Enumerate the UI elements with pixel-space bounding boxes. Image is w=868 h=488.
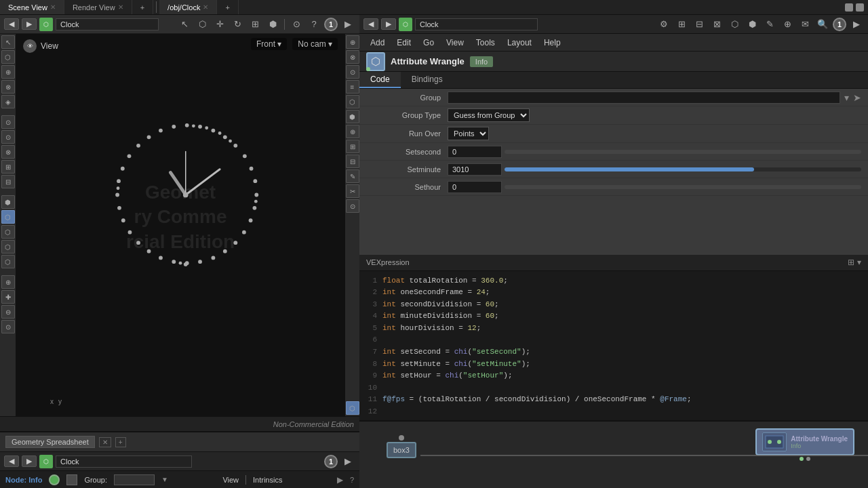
setminute-input[interactable] <box>448 163 502 176</box>
close-render-view[interactable]: ✕ <box>118 3 123 11</box>
bottom-nav-fwd[interactable]: ▶ <box>22 455 37 467</box>
group-param-input[interactable] <box>448 92 840 104</box>
right-tb-5[interactable]: ⬡ <box>727 17 742 32</box>
tool-v-11[interactable]: ⬢ <box>1 195 15 209</box>
right-tb-3[interactable]: ⊟ <box>692 17 707 32</box>
tool-v-4[interactable]: ⊗ <box>1 80 15 94</box>
rstrip-10[interactable]: ✎ <box>346 169 359 183</box>
menu-layout[interactable]: Layout <box>502 37 537 49</box>
menu-add[interactable]: Add <box>365 37 390 49</box>
tab-obj-clock[interactable]: /obj/Clock ✕ <box>159 0 217 14</box>
right-nav-back[interactable]: ◀ <box>363 18 378 30</box>
group-input[interactable] <box>114 474 155 485</box>
run-over-select[interactable]: Points <box>448 127 489 140</box>
rstrip-13[interactable]: ⬡ <box>346 401 359 415</box>
group-dropdown-arrow[interactable]: ▾ <box>844 92 849 103</box>
right-tb-6[interactable]: ⬢ <box>745 17 760 32</box>
rstrip-11[interactable]: ✂ <box>346 184 359 198</box>
win-maximize[interactable] <box>856 3 864 12</box>
bottom-frame-counter[interactable]: 1 <box>324 455 338 468</box>
menu-tools[interactable]: Tools <box>471 37 500 49</box>
right-frame-counter[interactable]: 1 <box>833 18 846 31</box>
tool-move[interactable]: ✛ <box>212 17 227 32</box>
tool-v-10[interactable]: ⊟ <box>1 175 15 188</box>
setminute-slider[interactable] <box>505 167 861 171</box>
tool-select[interactable]: ↖ <box>177 17 192 32</box>
tool-help[interactable]: ? <box>307 17 321 32</box>
tab-scene-view[interactable]: Scene View ✕ <box>0 0 64 14</box>
menu-go[interactable]: Go <box>418 37 439 49</box>
right-path-input[interactable] <box>415 18 538 30</box>
menu-help[interactable]: Help <box>538 37 566 49</box>
sethour-input[interactable] <box>448 181 502 193</box>
tool-v-19[interactable]: ⊙ <box>1 320 15 333</box>
tool-v-16[interactable]: ⊕ <box>1 275 15 289</box>
setsecond-input[interactable] <box>448 146 502 158</box>
nav-forward-btn[interactable]: ▶ <box>22 18 37 30</box>
close-geo-tab[interactable]: ✕ <box>99 437 111 447</box>
rstrip-9[interactable]: ⊟ <box>346 155 359 168</box>
vex-expand-btn[interactable]: ⊞ <box>848 258 854 267</box>
rstrip-5[interactable]: ⬡ <box>346 95 359 108</box>
tool-display[interactable]: ⬢ <box>265 17 280 32</box>
nav-back-btn[interactable]: ◀ <box>4 18 19 30</box>
right-tb-7[interactable]: ✎ <box>762 17 777 32</box>
play-btn[interactable]: ▶ <box>340 17 355 32</box>
right-play-btn[interactable]: ▶ <box>849 17 864 32</box>
right-tb-1[interactable]: ⚙ <box>656 17 671 32</box>
vex-menu-btn[interactable]: ▾ <box>857 258 861 267</box>
rstrip-3[interactable]: ⊙ <box>346 65 359 79</box>
tool-v-18[interactable]: ⊖ <box>1 305 15 319</box>
rstrip-6[interactable]: ⬢ <box>346 110 359 123</box>
right-tb-2[interactable]: ⊞ <box>674 17 689 32</box>
rstrip-2[interactable]: ⊗ <box>346 50 359 64</box>
tool-scale[interactable]: ⊞ <box>248 17 262 32</box>
add-geo-tab[interactable]: + <box>115 437 126 447</box>
right-tb-8[interactable]: ⊕ <box>780 17 795 32</box>
tool-v-13[interactable]: ⬡ <box>1 225 15 239</box>
close-obj-clock[interactable]: ✕ <box>203 3 208 11</box>
tool-v-3[interactable]: ⊕ <box>1 65 15 79</box>
tool-v-9[interactable]: ⊞ <box>1 160 15 174</box>
tool-v-6[interactable]: ⊙ <box>1 115 15 129</box>
tab-bindings[interactable]: Bindings <box>401 72 454 88</box>
bottom-play-btn[interactable]: ▶ <box>340 454 355 469</box>
rstrip-4[interactable]: ≡ <box>346 80 359 94</box>
group-filter-btn[interactable]: ▼ <box>161 476 168 483</box>
win-minimize[interactable] <box>845 3 853 12</box>
left-path-input[interactable] <box>56 18 159 30</box>
tab-code[interactable]: Code <box>359 72 401 88</box>
menu-edit[interactable]: Edit <box>391 37 416 49</box>
add-right-tab[interactable]: + <box>217 0 238 14</box>
info-badge[interactable]: Info <box>470 56 493 67</box>
close-scene-view[interactable]: ✕ <box>50 3 56 11</box>
tool-v-2[interactable]: ⬡ <box>1 50 15 64</box>
bottom-nav-back[interactable]: ◀ <box>4 455 19 467</box>
group-pick-btn[interactable]: ➤ <box>853 92 861 103</box>
right-nav-fwd[interactable]: ▶ <box>381 18 396 30</box>
tool-v-14[interactable]: ⬡ <box>1 240 15 253</box>
rstrip-7[interactable]: ⊕ <box>346 125 359 138</box>
tool-v-12[interactable]: ⬡ <box>1 210 15 224</box>
setsecond-slider[interactable] <box>505 150 861 154</box>
tool-v-17[interactable]: ✚ <box>1 290 15 304</box>
add-left-tab[interactable]: + <box>132 0 153 14</box>
tool-v-8[interactable]: ⊗ <box>1 145 15 159</box>
bottom-path-input[interactable] <box>56 455 192 468</box>
rstrip-12[interactable]: ⊙ <box>346 199 359 213</box>
group-type-select[interactable]: Guess from Group <box>448 108 530 122</box>
sethour-slider[interactable] <box>505 185 861 189</box>
tool-v-7[interactable]: ⊙ <box>1 130 15 144</box>
right-tb-4[interactable]: ⊠ <box>709 17 724 32</box>
box3-node[interactable]: box3 <box>387 435 416 458</box>
frame-counter[interactable]: 1 <box>324 18 338 31</box>
play-btn-status[interactable]: ▶ <box>337 475 343 485</box>
tool-rotate[interactable]: ↻ <box>230 17 245 32</box>
vex-code-area[interactable]: 1 float totalRotation = 360.0; 2 int one… <box>359 271 868 421</box>
right-tb-9[interactable]: ✉ <box>797 17 812 32</box>
tool-snap[interactable]: ⊙ <box>289 17 304 32</box>
tool-select2[interactable]: ⬡ <box>195 17 210 32</box>
right-tb-search[interactable]: 🔍 <box>815 17 830 32</box>
tab-render-view[interactable]: Render View ✕ <box>64 0 132 14</box>
rstrip-8[interactable]: ⊞ <box>346 140 359 153</box>
